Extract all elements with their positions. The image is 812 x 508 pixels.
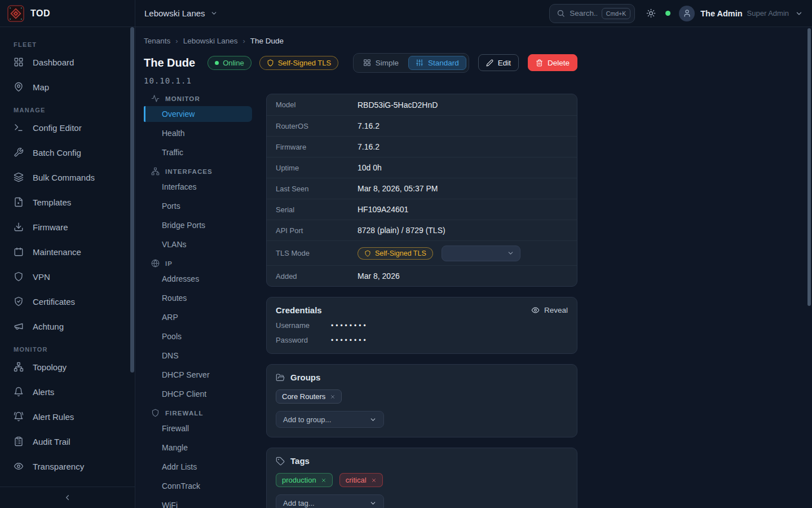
groups-card: Groups Core Routers Add to group... — [266, 364, 577, 437]
tls-badge: Self-Signed TLS — [259, 56, 338, 70]
detail-row-model: Model RBD53iG-5HacD2HnD — [267, 94, 577, 115]
subnav-item-vlans[interactable]: VLANs — [144, 237, 252, 252]
reveal-button[interactable]: Reveal — [531, 306, 568, 314]
subnav-section-ip: IP — [144, 256, 252, 271]
sidebar-item-vpn[interactable]: VPN — [0, 264, 135, 289]
subnav-item-traffic[interactable]: Traffic — [144, 144, 252, 160]
sidebar-item-certificates[interactable]: Certificates — [0, 289, 135, 314]
sidebar-section-manage: MANAGE — [14, 107, 121, 113]
tls-mode-select[interactable] — [442, 246, 520, 261]
chevron-down-icon — [507, 249, 514, 257]
subnav-section-interfaces: INTERFACES — [144, 164, 252, 179]
theme-toggle-sun-icon[interactable] — [646, 8, 656, 18]
sidebar-section-fleet: FLEET — [14, 41, 121, 48]
sidebar-item-transparency[interactable]: Transparency — [0, 454, 135, 479]
subnav-item-arp[interactable]: ARP — [144, 309, 252, 325]
eye-icon — [14, 461, 24, 471]
subnav-item-conntrack[interactable]: ConnTrack — [144, 478, 252, 494]
breadcrumb-tenant[interactable]: Lebowski Lanes — [183, 37, 238, 45]
subnav-item-ports[interactable]: Ports — [144, 198, 252, 214]
search-input[interactable] — [570, 9, 597, 17]
tenant-selector[interactable]: Lebowski Lanes — [144, 8, 218, 18]
breadcrumb-separator: › — [175, 37, 178, 45]
sidebar-item-bulk-commands[interactable]: Bulk Commands — [0, 165, 135, 190]
sidebar-item-topology[interactable]: Topology — [0, 354, 135, 379]
sidebar-item-maintenance[interactable]: Maintenance — [0, 239, 135, 264]
main-scrollbar-thumb[interactable] — [807, 28, 811, 306]
bell-ring-icon — [14, 411, 24, 422]
map-pin-icon — [14, 82, 24, 92]
sidebar-item-achtung[interactable]: Achtung — [0, 314, 135, 339]
subnav-item-firewall[interactable]: Firewall — [144, 421, 252, 436]
shield-icon — [14, 271, 24, 282]
sidebar-item-alerts[interactable]: Alerts — [0, 379, 135, 404]
subnav-item-mangle[interactable]: Mangle — [144, 440, 252, 456]
subnav-item-dhcp-client[interactable]: DHCP Client — [144, 386, 252, 402]
sidebar-item-label: Audit Trail — [33, 437, 70, 446]
device-subnav: MONITOR Overview Health Traffic INTERFAC… — [144, 91, 252, 508]
subnav-item-addr-lists[interactable]: Addr Lists — [144, 459, 252, 475]
tag-chip-production: production — [276, 473, 333, 487]
subnav-item-wifi[interactable]: WiFi — [144, 497, 252, 508]
subnav-item-overview[interactable]: Overview — [144, 106, 252, 122]
sidebar-item-label: Batch Config — [33, 148, 81, 157]
breadcrumb-tenants[interactable]: Tenants — [144, 37, 170, 45]
avatar[interactable] — [679, 6, 695, 21]
trash-icon — [536, 59, 543, 67]
detail-row-tls-mode: TLS Mode Self-Signed TLS — [267, 240, 577, 265]
delete-button[interactable]: Delete — [528, 54, 577, 71]
add-tag-select[interactable]: Add tag... — [276, 494, 384, 508]
view-mode-simple[interactable]: Simple — [356, 56, 406, 70]
brand: TOD — [0, 0, 135, 27]
remove-tag-icon[interactable] — [371, 478, 377, 483]
user-menu-chevron-down-icon[interactable] — [795, 10, 803, 17]
sidebar-item-config-editor[interactable]: Config Editor — [0, 115, 135, 140]
megaphone-icon — [14, 321, 24, 331]
sidebar-item-audit-trail[interactable]: Audit Trail — [0, 429, 135, 454]
view-mode-standard[interactable]: Standard — [408, 56, 466, 70]
detail-row-added: Added Mar 8, 2026 — [267, 265, 577, 286]
sidebar-scrollbar-thumb[interactable] — [130, 27, 134, 373]
search-shortcut-kbd: Cmd+K — [602, 8, 630, 19]
topbar: TOD Lebowski Lanes Cmd+K — [0, 0, 812, 27]
remove-group-icon[interactable] — [330, 394, 336, 400]
subnav-item-pools[interactable]: Pools — [144, 329, 252, 344]
subnav-item-interfaces[interactable]: Interfaces — [144, 179, 252, 195]
activity-icon — [151, 94, 160, 103]
edit-button[interactable]: Edit — [478, 54, 519, 71]
sidebar-item-label: Dashboard — [33, 58, 74, 67]
sidebar-item-label: Alert Rules — [33, 412, 74, 422]
sidebar-item-templates[interactable]: Templates — [0, 190, 135, 214]
subnav-item-addresses[interactable]: Addresses — [144, 271, 252, 287]
detail-row-api-port: API Port 8728 (plain) / 8729 (TLS) — [267, 220, 577, 240]
remove-tag-icon[interactable] — [321, 478, 326, 483]
sidebar-item-label: Maintenance — [33, 247, 81, 257]
shield-icon — [364, 250, 371, 257]
sidebar-item-dashboard[interactable]: Dashboard — [0, 50, 135, 75]
add-to-group-select[interactable]: Add to group... — [276, 411, 384, 428]
tenant-name: Lebowski Lanes — [144, 8, 205, 18]
subnav-item-health[interactable]: Health — [144, 125, 252, 141]
topology-icon — [151, 167, 160, 176]
search-box[interactable]: Cmd+K — [549, 4, 635, 23]
subnav-item-routes[interactable]: Routes — [144, 290, 252, 306]
device-ip: 10.10.1.1 — [144, 76, 577, 85]
masked-password: •••••••• — [331, 336, 368, 344]
subnav-item-dhcp-server[interactable]: DHCP Server — [144, 367, 252, 383]
sidebar-item-firmware[interactable]: Firmware — [0, 214, 135, 239]
sidebar-item-alert-rules[interactable]: Alert Rules — [0, 404, 135, 429]
credential-row-password: Password •••••••• — [276, 336, 568, 344]
sidebar-item-label: Transparency — [33, 462, 84, 471]
detail-row-firmware: Firmware 7.16.2 — [267, 136, 577, 157]
subnav-item-dns[interactable]: DNS — [144, 348, 252, 364]
sidebar-item-map[interactable]: Map — [0, 75, 135, 99]
app-title: TOD — [30, 8, 50, 19]
subnav-item-bridge-ports[interactable]: Bridge Ports — [144, 217, 252, 233]
clipboard-list-icon — [14, 436, 24, 446]
sidebar-item-label: Templates — [33, 198, 71, 207]
breadcrumb: Tenants › Lebowski Lanes › The Dude — [144, 37, 577, 45]
view-mode-toggle: Simple Standard — [353, 53, 469, 73]
sidebar-collapse-button[interactable] — [0, 487, 135, 508]
sidebar-item-batch-config[interactable]: Batch Config — [0, 140, 135, 165]
credentials-card: Credentials Reveal Username •••••••• — [266, 297, 577, 354]
